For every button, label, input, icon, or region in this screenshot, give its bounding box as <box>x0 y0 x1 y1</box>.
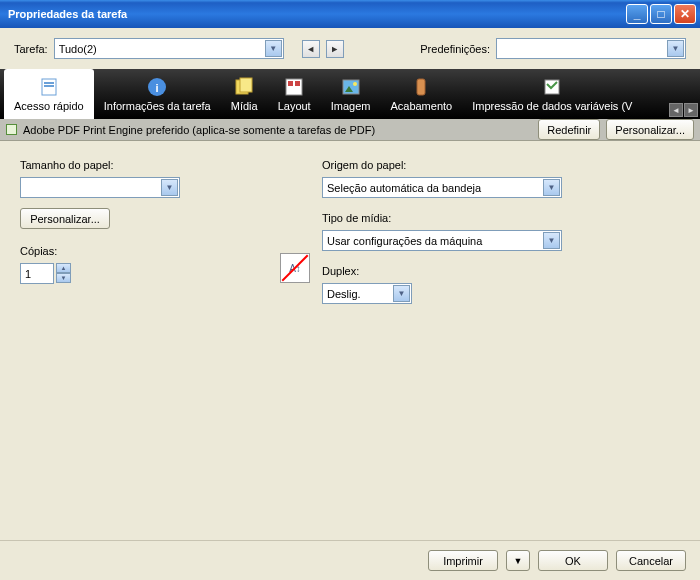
adobe-pdf-checkbox[interactable] <box>6 124 17 135</box>
tab-label: Informações da tarefa <box>104 100 211 112</box>
left-column: Tamanho do papel: ▼ Personalizar... Cópi… <box>20 155 220 517</box>
spinner: ▲ ▼ <box>56 263 71 284</box>
predef-select[interactable]: ▼ <box>496 38 686 59</box>
tab-strip: Acesso rápido i Informações da tarefa Mí… <box>0 69 700 119</box>
svg-rect-13 <box>417 79 425 95</box>
cancelar-button[interactable]: Cancelar <box>616 550 686 571</box>
doc-icon <box>38 76 60 98</box>
svg-rect-1 <box>44 82 54 84</box>
personalizar-tamanho-button[interactable]: Personalizar... <box>20 208 110 229</box>
tab-informacoes[interactable]: i Informações da tarefa <box>94 69 221 119</box>
duplex-select[interactable]: Deslig. ▼ <box>322 283 412 304</box>
origem-value: Seleção automática da bandeja <box>327 182 481 194</box>
tab-acabamento[interactable]: Acabamento <box>380 69 462 119</box>
origem-label: Origem do papel: <box>322 159 582 171</box>
spin-down[interactable]: ▼ <box>56 273 71 283</box>
duplex-off-icon: A↕ <box>280 253 310 283</box>
svg-rect-8 <box>288 81 293 86</box>
tab-acesso-rapido[interactable]: Acesso rápido <box>4 69 94 119</box>
right-block: A↕ Origem do papel: Seleção automática d… <box>280 155 582 517</box>
duplex-icon-wrap: A↕ <box>280 155 310 517</box>
tab-label: Acesso rápido <box>14 100 84 112</box>
tipo-value: Usar configurações da máquina <box>327 235 482 247</box>
svg-rect-6 <box>240 78 252 92</box>
tab-label: Acabamento <box>390 100 452 112</box>
top-row: Tarefa: Tudo(2) ▼ ◄ ► Predefinições: ▼ <box>0 28 700 69</box>
tipo-select[interactable]: Usar configurações da máquina ▼ <box>322 230 562 251</box>
tabstrip-prev[interactable]: ◄ <box>669 103 683 117</box>
vdp-icon <box>541 76 563 98</box>
layout-icon <box>283 76 305 98</box>
right-column: Origem do papel: Seleção automática da b… <box>322 155 582 517</box>
tabstrip-next[interactable]: ► <box>684 103 698 117</box>
tamanho-select[interactable]: ▼ <box>20 177 180 198</box>
origem-select[interactable]: Seleção automática da bandeja ▼ <box>322 177 562 198</box>
tab-imagem[interactable]: Imagem <box>321 69 381 119</box>
tab-midia[interactable]: Mídia <box>221 69 268 119</box>
maximize-button[interactable]: □ <box>650 4 672 24</box>
duplex-label: Duplex: <box>322 265 582 277</box>
info-icon: i <box>146 76 168 98</box>
copias-input[interactable] <box>20 263 54 284</box>
svg-text:i: i <box>156 82 159 94</box>
tarefa-label: Tarefa: <box>14 43 48 55</box>
tamanho-label: Tamanho do papel: <box>20 159 220 171</box>
chevron-down-icon: ▼ <box>265 40 282 57</box>
redefinir-button[interactable]: Redefinir <box>538 119 600 140</box>
copias-label: Cópias: <box>20 245 220 257</box>
svg-rect-9 <box>295 81 300 86</box>
svg-rect-2 <box>44 85 54 87</box>
svg-point-12 <box>353 82 357 86</box>
tab-label: Impressão de dados variáveis (V <box>472 100 632 112</box>
image-icon <box>340 76 362 98</box>
minimize-button[interactable]: _ <box>626 4 648 24</box>
imprimir-menu-button[interactable]: ▼ <box>506 550 530 571</box>
chevron-down-icon: ▼ <box>543 232 560 249</box>
tarefa-value: Tudo(2) <box>59 43 97 55</box>
tabstrip-nav: ◄ ► <box>669 103 698 117</box>
spin-up[interactable]: ▲ <box>56 263 71 273</box>
duplex-value: Deslig. <box>327 288 361 300</box>
finish-icon <box>410 76 432 98</box>
subbar-text: Adobe PDF Print Engine preferido (aplica… <box>23 124 375 136</box>
tab-layout[interactable]: Layout <box>268 69 321 119</box>
tab-vdp[interactable]: Impressão de dados variáveis (V <box>462 69 642 119</box>
chevron-down-icon: ▼ <box>543 179 560 196</box>
ok-button[interactable]: OK <box>538 550 608 571</box>
tab-label: Imagem <box>331 100 371 112</box>
next-button[interactable]: ► <box>326 40 344 58</box>
tab-label: Mídia <box>231 100 258 112</box>
tarefa-select[interactable]: Tudo(2) ▼ <box>54 38 284 59</box>
window-buttons: _ □ ✕ <box>626 4 696 24</box>
chevron-down-icon: ▼ <box>161 179 178 196</box>
footer: Imprimir ▼ OK Cancelar <box>0 540 700 580</box>
imprimir-button[interactable]: Imprimir <box>428 550 498 571</box>
predef-label: Predefinições: <box>420 43 490 55</box>
copias-field: ▲ ▼ <box>20 263 220 284</box>
tipo-label: Tipo de mídia: <box>322 212 582 224</box>
chevron-down-icon: ▼ <box>667 40 684 57</box>
double-chevron-down-icon: ▼ <box>514 556 523 566</box>
window-title: Propriedades da tarefa <box>4 8 626 20</box>
media-icon <box>233 76 255 98</box>
sub-bar: Adobe PDF Print Engine preferido (aplica… <box>0 119 700 141</box>
titlebar: Propriedades da tarefa _ □ ✕ <box>0 0 700 28</box>
prev-button[interactable]: ◄ <box>302 40 320 58</box>
close-button[interactable]: ✕ <box>674 4 696 24</box>
chevron-down-icon: ▼ <box>393 285 410 302</box>
personalizar-button[interactable]: Personalizar... <box>606 119 694 140</box>
content-area: Tamanho do papel: ▼ Personalizar... Cópi… <box>0 141 700 531</box>
tab-label: Layout <box>278 100 311 112</box>
